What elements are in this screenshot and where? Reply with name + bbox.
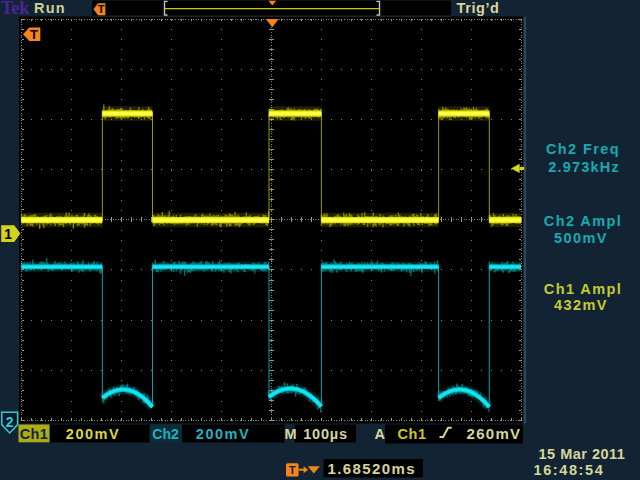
svg-text:15 Mar 2011: 15 Mar 2011 <box>539 446 626 462</box>
svg-text:500mV: 500mV <box>554 230 608 246</box>
svg-text:A: A <box>375 426 386 442</box>
svg-text:Ch2 Freq: Ch2 Freq <box>546 141 620 157</box>
svg-text:Ch2: Ch2 <box>152 426 179 442</box>
svg-text:M: M <box>285 426 297 442</box>
svg-text:Tek: Tek <box>1 0 29 18</box>
svg-text:T: T <box>289 464 296 476</box>
svg-text:Ch1: Ch1 <box>398 426 427 442</box>
svg-text:Trig’d: Trig’d <box>457 0 500 16</box>
svg-text:1: 1 <box>4 226 12 242</box>
svg-text:260mV: 260mV <box>467 425 522 442</box>
svg-text:1.68520ms: 1.68520ms <box>328 460 417 477</box>
svg-text:Ch1 Ampl: Ch1 Ampl <box>544 281 622 297</box>
svg-text:Ch1: Ch1 <box>20 426 49 442</box>
svg-text:200mV: 200mV <box>196 426 250 442</box>
svg-text:Ch2 Ampl: Ch2 Ampl <box>544 213 622 229</box>
svg-text:100µs: 100µs <box>303 426 348 442</box>
svg-text:200mV: 200mV <box>66 426 120 442</box>
svg-text:16:48:54: 16:48:54 <box>534 462 605 478</box>
svg-text:Run: Run <box>34 0 66 16</box>
svg-text:2.973kHz: 2.973kHz <box>548 159 620 175</box>
svg-text:T: T <box>30 27 38 42</box>
svg-text:432mV: 432mV <box>554 297 608 313</box>
svg-text:2: 2 <box>6 414 14 430</box>
svg-text:T: T <box>98 3 105 15</box>
